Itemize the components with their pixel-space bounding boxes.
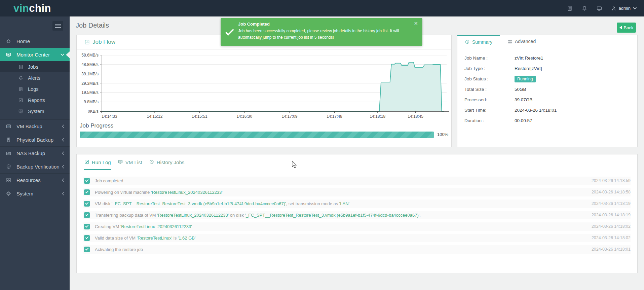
log-checkbox-checked[interactable] — [84, 247, 90, 252]
sidebar-item-label: Alerts — [28, 75, 40, 81]
check-icon — [85, 224, 89, 228]
tab-label: VM List — [125, 159, 142, 165]
log-row: Creating VM 'RestoreTestLinux_2024032611… — [83, 222, 631, 231]
tab-advanced[interactable]: Advanced — [500, 35, 543, 48]
sidebar-item-home[interactable]: Home — [0, 34, 70, 48]
log-checkbox-checked[interactable] — [84, 178, 90, 184]
field-label: Start Time: — [457, 108, 515, 113]
bell-icon[interactable] — [581, 5, 588, 11]
summary-field-job-name: Job Name :zVirt Restore1 — [457, 53, 637, 63]
username: admin — [619, 6, 631, 11]
check-icon — [85, 179, 89, 182]
sidebar-item-label: NAS Backup — [16, 150, 45, 156]
backup-verification-icon — [6, 164, 12, 170]
logs-icon — [18, 86, 24, 92]
sidebar-item-nas-backup[interactable]: NASNAS Backup — [0, 146, 70, 160]
monitor-center-icon — [6, 52, 12, 58]
svg-text:14:17:09: 14:17:09 — [282, 114, 298, 119]
sidebar-item-system[interactable]: System — [0, 106, 70, 117]
chevron-left-icon — [62, 124, 64, 128]
field-value: 39.07GB — [515, 97, 532, 102]
system-settings-icon — [6, 191, 12, 196]
log-timestamp: 2024-03-26 14:18:19 — [592, 200, 631, 208]
log-checkbox-checked[interactable] — [84, 189, 90, 195]
back-arrow-icon — [619, 26, 622, 29]
log-text: is — [172, 235, 178, 241]
success-check-icon — [225, 27, 234, 35]
summary-field-job-status: Job Status :Running — [457, 74, 637, 84]
job-flow-panel: Job Flow 0KB/s9.8MB/s19.5MB/s29.3MB/s39.… — [76, 35, 452, 147]
active-menu-marker — [66, 51, 70, 58]
tab-run-log[interactable]: Run Log — [84, 154, 111, 170]
job-flow-title-text: Job Flow — [92, 39, 115, 45]
sidebar-item-monitor-center[interactable]: Monitor Center — [0, 48, 70, 61]
svg-text:48.8MB/s: 48.8MB/s — [81, 62, 99, 67]
tab-history-jobs[interactable]: History Jobs — [149, 154, 185, 170]
svg-text:VM: VM — [7, 125, 10, 127]
svg-text:9.8MB/s: 9.8MB/s — [84, 100, 99, 104]
summary-field-job-type: Job Type :Restore[zVirt] — [457, 63, 637, 74]
sidebar-item-resources[interactable]: Resources — [0, 173, 70, 187]
log-timestamp: 2024-03-26 14:18:02 — [592, 234, 631, 242]
user-menu[interactable]: admin — [611, 6, 637, 11]
run-log-icon — [84, 159, 89, 166]
log-text: Powering on virtual machine — [95, 190, 151, 195]
sidebar-collapse-button[interactable] — [52, 21, 63, 31]
sidebar-item-system[interactable]: System — [0, 187, 70, 200]
sidebar-item-jobs[interactable]: Jobs — [0, 61, 70, 72]
tab-label: Run Log — [92, 159, 111, 165]
sidebar-item-label: System — [28, 109, 44, 114]
sidebar-item-label: Physical Backup — [16, 137, 53, 143]
check-icon — [85, 202, 89, 205]
sidebar-item-vm-backup[interactable]: VMVM Backup — [0, 119, 70, 133]
svg-text:14:18:18: 14:18:18 — [370, 114, 385, 119]
page-title: Job Details — [76, 22, 109, 29]
log-row: Job completed2024-03-26 14:18:59 — [83, 177, 631, 185]
svg-text:14:17:48: 14:17:48 — [327, 114, 342, 119]
svg-text:14:15:51: 14:15:51 — [192, 114, 207, 119]
back-button[interactable]: Back — [617, 23, 636, 33]
jobs-icon — [18, 64, 24, 70]
sidebar-item-label: Jobs — [28, 64, 38, 70]
summary-field-processed: Processed:39.07GB — [457, 95, 637, 105]
tab-label: History Jobs — [157, 159, 185, 165]
active-tab-underline — [84, 169, 111, 170]
run-log-panel: Run LogVMVM ListHistory Jobs Job complet… — [76, 154, 638, 273]
log-checkbox-checked[interactable] — [84, 212, 90, 218]
sidebar-item-logs[interactable]: Logs — [0, 83, 70, 95]
tab-vm-list[interactable]: VMVM List — [118, 154, 142, 170]
sidebar-menu: HomeMonitor CenterJobsAlertsLogsReportsS… — [0, 34, 70, 200]
log-entity: '1.62 GB' — [178, 235, 196, 241]
field-value: Restore[zVirt] — [515, 66, 542, 71]
log-checkbox-checked[interactable] — [84, 224, 90, 229]
log-text: . — [419, 213, 421, 218]
log-entity: 'RestoreTestLinux' — [137, 235, 172, 241]
toast-title: Job Completed — [238, 22, 411, 27]
svg-text:58.6MB/s: 58.6MB/s — [81, 53, 99, 58]
sidebar-item-label: Reports — [28, 98, 45, 103]
sidebar-item-alerts[interactable]: Alerts — [0, 72, 70, 83]
chevron-left-icon — [62, 138, 64, 142]
sidebar-item-backup-verification[interactable]: Backup Verification — [0, 160, 70, 173]
svg-text:14:18:45: 14:18:45 — [408, 114, 423, 119]
monitor-icon[interactable] — [596, 5, 602, 11]
report-icon[interactable] — [567, 5, 573, 11]
close-icon[interactable]: ✕ — [414, 21, 418, 26]
sidebar-item-physical-backup[interactable]: Physical Backup — [0, 133, 70, 146]
log-timestamp: 2024-03-26 14:18:02 — [592, 222, 631, 231]
log-timestamp: 2024-03-26 14:18:01 — [592, 245, 631, 254]
sidebar: HomeMonitor CenterJobsAlertsLogsReportsS… — [0, 16, 70, 290]
sidebar-item-reports[interactable]: Reports — [0, 95, 70, 106]
summary-fields: Job Name :zVirt Restore1Job Type :Restor… — [457, 48, 637, 126]
job-progress-title: Job Progress — [80, 122, 113, 129]
log-checkbox-checked[interactable] — [84, 235, 90, 241]
field-label: Job Type : — [457, 66, 515, 71]
chevron-down-icon — [61, 53, 64, 56]
log-checkbox-checked[interactable] — [84, 201, 90, 207]
job-progress-bar — [80, 132, 434, 138]
field-value: 50GB — [515, 87, 526, 92]
field-label: Total Size : — [457, 87, 515, 92]
tab-label: Summary — [472, 39, 492, 45]
log-entity: '_FC_SPT__RestoreTest_RestoreTest_3.vmdk… — [245, 213, 420, 218]
tab-summary[interactable]: Summary — [457, 35, 500, 48]
